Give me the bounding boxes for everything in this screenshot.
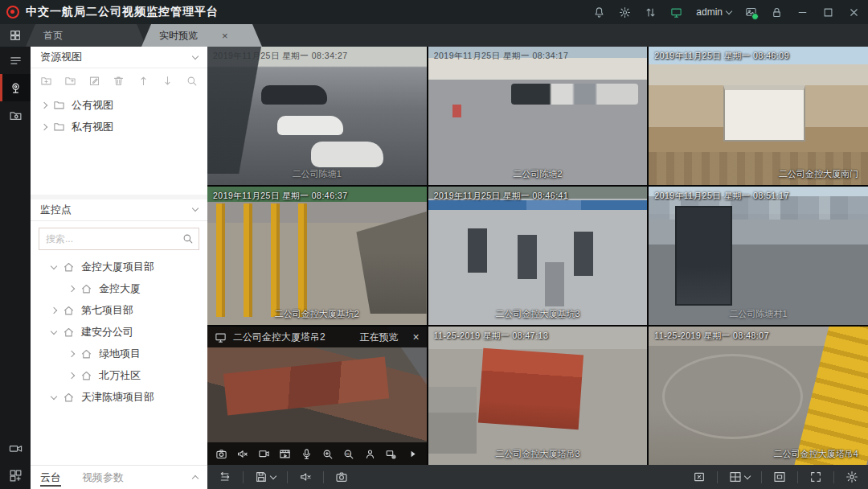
monitor-tree-item[interactable]: 绿地项目 bbox=[31, 343, 207, 365]
snapshot-icon[interactable] bbox=[335, 471, 348, 483]
osd-camera-name: 二公司陈塘2 bbox=[428, 168, 648, 180]
divider bbox=[717, 471, 718, 483]
stream-switch-icon[interactable] bbox=[219, 471, 231, 483]
monitor-points-header[interactable]: 监控点 bbox=[31, 195, 207, 221]
monitor-tree-item[interactable]: 北万社区 bbox=[31, 365, 207, 387]
video-cell-6[interactable]: 2019年11月25日 星期一 08:51:17二公司陈塘村1 bbox=[649, 187, 868, 325]
osd-timestamp: 2019年11月25日 星期一 08:51:17 bbox=[654, 191, 789, 202]
tab-ptz[interactable]: 云台 bbox=[40, 466, 61, 489]
tree-item-label: 北万社区 bbox=[99, 368, 141, 383]
chevron-down-icon bbox=[192, 205, 199, 212]
two-way-audio-icon[interactable] bbox=[301, 448, 313, 460]
strip-item-add-layout[interactable] bbox=[0, 462, 31, 489]
close-all-icon[interactable] bbox=[693, 471, 706, 483]
monitor-status-icon bbox=[215, 331, 227, 343]
tab-label: 实时预览 bbox=[159, 29, 198, 43]
tab-video-params[interactable]: 视频参数 bbox=[82, 466, 124, 489]
add-view-group-icon[interactable] bbox=[40, 75, 52, 87]
video-cell-5[interactable]: 2019年11月25日 星期一 08:46:41二公司金控大厦基坑3 bbox=[428, 187, 648, 325]
home-icon bbox=[63, 327, 75, 339]
osd-camera-name: 二公司金控大厦基坑2 bbox=[207, 308, 427, 320]
record-icon[interactable] bbox=[258, 448, 270, 460]
video-cell-2[interactable]: 2019年11月25日 星期一 08:34:17二公司陈塘2 bbox=[428, 47, 648, 185]
monitor-tree-item[interactable]: 建安分公司 bbox=[31, 322, 207, 343]
lock-icon[interactable] bbox=[771, 6, 783, 18]
divider bbox=[833, 471, 834, 483]
monitor-status-icon[interactable] bbox=[670, 6, 682, 18]
home-icon bbox=[63, 305, 75, 317]
3d-zoom-icon[interactable]: 3D bbox=[342, 448, 354, 460]
video-cell-8[interactable]: 11-25-2019 星期一 08:47:13二公司金控大厦塔吊3 bbox=[428, 327, 648, 465]
camera-view-icon bbox=[9, 81, 23, 95]
single-window-icon[interactable] bbox=[773, 471, 786, 483]
search-input[interactable] bbox=[39, 228, 199, 250]
video-cell-1[interactable]: 2019年11月25日 星期一 08:34:27二公司陈塘1 bbox=[207, 47, 427, 185]
left-icon-strip bbox=[0, 47, 31, 489]
tab-bar: 首页实时预览× bbox=[0, 24, 868, 47]
search-icon bbox=[182, 232, 194, 244]
tab-首页[interactable]: 首页 bbox=[26, 24, 146, 47]
monitor-tree-item[interactable]: 金控大厦 bbox=[31, 278, 207, 300]
delete-icon[interactable] bbox=[113, 75, 125, 87]
chevron-icon bbox=[41, 101, 47, 108]
video-cell-7[interactable]: 二公司金控大厦塔吊2正在预览×3D bbox=[207, 327, 427, 465]
resource-tree: 公有视图私有视图 bbox=[31, 92, 207, 138]
monitor-tree-item[interactable]: 第七项目部 bbox=[31, 300, 207, 322]
strip-item-video-wall[interactable] bbox=[0, 434, 31, 462]
strip-item-resource-config[interactable] bbox=[0, 101, 31, 129]
camera-name: 二公司金控大厦塔吊2 bbox=[233, 331, 326, 344]
add-view-icon[interactable] bbox=[64, 75, 76, 87]
close-icon[interactable] bbox=[848, 6, 860, 18]
instant-playback-icon[interactable] bbox=[279, 448, 291, 460]
resource-config-icon bbox=[9, 109, 23, 122]
more-icon[interactable] bbox=[407, 448, 419, 460]
chevron-up-icon[interactable] bbox=[192, 475, 199, 482]
video-cell-4[interactable]: 2019年11月25日 星期一 08:46:37二公司金控大厦基坑2 bbox=[207, 187, 427, 325]
close-preview-icon[interactable]: × bbox=[412, 331, 419, 343]
save-menu[interactable] bbox=[255, 471, 276, 483]
user-name: admin bbox=[696, 6, 723, 18]
data-exchange-icon[interactable] bbox=[645, 6, 657, 18]
edit-icon[interactable] bbox=[88, 75, 100, 87]
chevron-icon bbox=[68, 351, 75, 357]
move-down-icon[interactable] bbox=[162, 75, 174, 87]
monitor-tree-item[interactable]: 金控大厦项目部 bbox=[31, 257, 207, 278]
svg-text:3D: 3D bbox=[346, 451, 351, 455]
apps-grid-icon[interactable] bbox=[0, 24, 31, 47]
snapshot-icon[interactable] bbox=[215, 448, 227, 460]
video-cell-3[interactable]: 2019年11月25日 星期一 08:46:09二公司金控大厦南门 bbox=[649, 47, 868, 185]
digital-zoom-icon[interactable] bbox=[321, 448, 334, 460]
resource-tree-item[interactable]: 私有视图 bbox=[31, 116, 207, 138]
mute-icon[interactable] bbox=[236, 448, 248, 460]
maximize-icon[interactable] bbox=[822, 6, 834, 18]
folder-icon bbox=[53, 121, 65, 133]
notifications-icon[interactable] bbox=[593, 6, 605, 18]
screenshot-status-icon[interactable] bbox=[745, 6, 757, 18]
search-icon[interactable] bbox=[186, 75, 198, 87]
minimize-icon[interactable] bbox=[796, 6, 809, 18]
window-division-menu[interactable] bbox=[729, 471, 750, 483]
move-up-icon[interactable] bbox=[137, 75, 149, 87]
fullscreen-icon[interactable] bbox=[809, 471, 822, 483]
video-cell-9[interactable]: 11-25-2019 星期一 08:48:07二公司金控大厦塔吊4 bbox=[649, 327, 868, 465]
ptz-control-icon[interactable] bbox=[385, 448, 397, 460]
settings-icon[interactable] bbox=[845, 471, 858, 483]
monitor-points-title: 监控点 bbox=[40, 203, 72, 217]
osd-timestamp: 2019年11月25日 星期一 08:46:09 bbox=[654, 51, 789, 62]
resource-view-header[interactable]: 资源视图 bbox=[31, 47, 207, 68]
osd-timestamp: 11-25-2019 星期一 08:47:13 bbox=[434, 331, 549, 342]
smart-tracking-icon[interactable] bbox=[364, 448, 376, 460]
chevron-icon bbox=[51, 327, 57, 334]
tab-实时预览[interactable]: 实时预览× bbox=[141, 24, 262, 47]
tab-close-icon[interactable]: × bbox=[222, 30, 228, 42]
strip-item-camera-view[interactable] bbox=[0, 74, 31, 101]
user-menu[interactable]: admin bbox=[696, 6, 731, 18]
mute-icon[interactable] bbox=[299, 471, 312, 483]
tree-item-label: 天津陈塘项目部 bbox=[81, 390, 154, 405]
settings-icon[interactable] bbox=[619, 6, 631, 18]
preview-status: 正在预览 bbox=[359, 331, 398, 344]
strip-item-menu[interactable] bbox=[0, 47, 31, 74]
resource-tree-item[interactable]: 公有视图 bbox=[31, 94, 207, 116]
tree-item-label: 私有视图 bbox=[72, 120, 113, 134]
monitor-tree-item[interactable]: 天津陈塘项目部 bbox=[31, 387, 207, 409]
